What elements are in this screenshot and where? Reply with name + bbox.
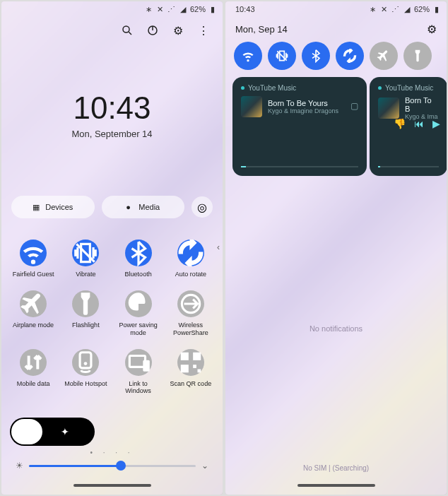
toggle-scanqr[interactable]: Scan QR code: [166, 349, 216, 395]
hotspot-icon: [72, 349, 99, 376]
clock: 10:43 Mon, September 14: [1, 90, 223, 139]
smartthings-button[interactable]: ◎: [191, 196, 213, 218]
svg-rect-8: [143, 360, 150, 372]
search-icon[interactable]: [121, 24, 134, 37]
data-icon: [20, 349, 47, 376]
track-title: Born To Be Yours: [268, 99, 338, 107]
phone-left: ∗ ✕ ⋰ ◢ 62% ▮ ⚙ ⋮ 10:43 Mon, September 1…: [1, 1, 223, 495]
phone-right: 10:43 ∗ ✕ ⋰ ◢ 62% ▮ Mon, Sep 14 ⚙ YouTub…: [225, 1, 447, 495]
share-icon: [177, 290, 204, 317]
toggle-wifi[interactable]: Fairfield Guest: [8, 240, 58, 278]
qr-icon: [177, 349, 204, 376]
media-source: YouTube Music: [241, 84, 358, 92]
toggle-flashlight[interactable]: Flashlight: [61, 290, 110, 336]
media-label: Media: [138, 203, 160, 211]
toggle-autorotate[interactable]: Auto rotate: [166, 240, 216, 278]
toggle-powersave[interactable]: Power saving mode: [114, 290, 163, 336]
svg-rect-13: [197, 370, 201, 373]
clock-date: Mon, September 14: [1, 129, 223, 139]
no-notifications-text: No notifications: [225, 324, 447, 333]
mute-icon: ✕: [156, 5, 165, 13]
flashlight-icon: [411, 49, 425, 63]
toggle-knob: [11, 419, 42, 444]
nav-bar[interactable]: [1, 476, 223, 495]
windows-icon: [125, 349, 152, 376]
gear-icon[interactable]: ⚙: [427, 23, 437, 36]
toggle-bluetooth[interactable]: Bluetooth: [114, 240, 163, 278]
output-device-icon[interactable]: ▢: [350, 101, 358, 111]
dislike-icon[interactable]: 👎: [394, 118, 406, 129]
toggle-label: Scan QR code: [170, 380, 212, 387]
quick-airplane[interactable]: [370, 42, 398, 70]
quick-flashlight[interactable]: [403, 42, 432, 70]
toggle-label: Mobile data: [17, 380, 50, 387]
toggle-vibrate[interactable]: Vibrate: [61, 240, 110, 278]
panel-date: Mon, Sep 14: [235, 24, 288, 35]
svg-line-1: [129, 32, 131, 35]
svg-point-0: [123, 26, 129, 33]
devices-label: Devices: [45, 203, 73, 211]
track-artist: Kygo & Imagine Dragons: [268, 107, 338, 114]
quick-toggle-row: [225, 42, 447, 77]
sun-low-icon: ☀: [16, 461, 23, 471]
toggle-mobiledata[interactable]: Mobile data: [8, 349, 58, 395]
devices-icon: ▦: [33, 203, 41, 211]
chevron-down-icon[interactable]: ⌄: [201, 461, 208, 471]
toggle-label: Airplane mode: [13, 321, 54, 329]
smartthings-icon: ◎: [197, 201, 207, 214]
quick-wifi[interactable]: [234, 42, 262, 70]
wifi-icon: ⋰: [391, 5, 400, 13]
toggle-powershare[interactable]: Wireless PowerShare: [166, 290, 216, 336]
toggle-linkwin[interactable]: Link to Windows: [114, 349, 163, 395]
svg-rect-9: [181, 353, 189, 360]
bluetooth-icon: [125, 240, 152, 266]
toggle-label: Wireless PowerShare: [168, 321, 213, 336]
battery-text: 62%: [414, 5, 430, 13]
nav-bar[interactable]: [225, 476, 447, 495]
media-icon: ●: [126, 203, 134, 211]
vibrate-icon: [72, 240, 99, 266]
play-icon[interactable]: ▶: [432, 118, 440, 129]
svg-point-6: [84, 362, 88, 365]
battery-icon: ▮: [208, 5, 217, 13]
svg-rect-5: [80, 353, 91, 368]
media-card-next[interactable]: YouTube Music Born To B Kygo & Ima 👎 ⏮ ▶: [370, 77, 447, 176]
status-time: 10:43: [231, 5, 255, 13]
svg-rect-12: [193, 365, 196, 368]
page-caret-icon[interactable]: ‹: [217, 242, 220, 252]
track-title: Born To B: [405, 96, 439, 113]
gear-icon[interactable]: ⚙: [172, 24, 184, 37]
svg-rect-11: [181, 365, 189, 372]
wifi-icon: [241, 49, 255, 63]
toggle-airplane[interactable]: Airplane mode: [8, 290, 58, 336]
wifi-icon: [20, 240, 47, 266]
airplane-icon: [377, 49, 391, 63]
quick-bluetooth[interactable]: [302, 42, 330, 70]
vibrate-icon: [275, 49, 289, 63]
media-button[interactable]: ● Media: [102, 196, 185, 218]
brightness-slider[interactable]: ☀ ⌄: [8, 456, 216, 476]
battery-text: 62%: [190, 5, 206, 13]
progress-bar[interactable]: [378, 166, 439, 167]
toggle-hotspot[interactable]: Mobile Hotspot: [61, 349, 110, 395]
airplane-icon: [20, 290, 47, 317]
quick-vibrate[interactable]: [268, 42, 296, 70]
adaptive-brightness-toggle[interactable]: ✦: [10, 418, 95, 446]
flashlight-icon: [72, 290, 99, 317]
power-icon[interactable]: [146, 24, 159, 37]
progress-bar[interactable]: [241, 166, 358, 167]
adaptive-icon: ✦: [61, 426, 69, 437]
album-art: [378, 98, 399, 119]
toggle-label: Mobile Hotspot: [64, 380, 107, 387]
media-card[interactable]: YouTube Music Born To Be Yours Kygo & Im…: [232, 77, 367, 176]
svg-rect-7: [129, 356, 145, 367]
quick-settings-grid: ‹ Fairfield GuestVibrateBluetoothAuto ro…: [1, 227, 223, 399]
wifi-icon: ⋰: [167, 5, 176, 13]
toggle-label: Vibrate: [76, 271, 95, 278]
devices-button[interactable]: ▦ Devices: [11, 196, 95, 218]
quick-autorotate[interactable]: [336, 42, 364, 70]
previous-icon[interactable]: ⏮: [414, 118, 424, 129]
album-art: [241, 96, 262, 117]
toggle-label: Link to Windows: [116, 380, 161, 395]
more-icon[interactable]: ⋮: [197, 24, 210, 37]
